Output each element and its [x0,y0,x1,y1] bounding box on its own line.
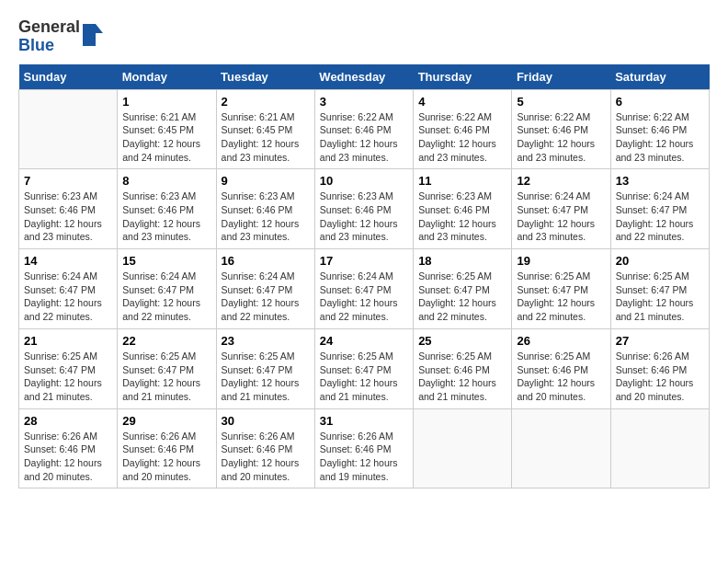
header-monday: Monday [118,64,216,90]
day-info: Sunrise: 6:21 AMSunset: 6:45 PMDaylight:… [222,110,310,165]
day-number: 13 [616,174,704,188]
calendar-cell: 23Sunrise: 6:25 AMSunset: 6:47 PMDayligh… [216,328,314,408]
day-number: 3 [320,95,408,109]
calendar-cell: 21Sunrise: 6:25 AMSunset: 6:47 PMDayligh… [19,328,118,408]
day-info: Sunrise: 6:25 AMSunset: 6:47 PMDaylight:… [418,270,506,324]
calendar-cell: 24Sunrise: 6:25 AMSunset: 6:47 PMDayligh… [314,328,413,408]
day-info: Sunrise: 6:25 AMSunset: 6:47 PMDaylight:… [517,270,605,324]
day-info: Sunrise: 6:24 AMSunset: 6:47 PMDaylight:… [616,190,704,244]
day-info: Sunrise: 6:26 AMSunset: 6:46 PMDaylight:… [122,430,210,484]
calendar-cell: 9Sunrise: 6:23 AMSunset: 6:46 PMDaylight… [216,169,314,249]
calendar-cell: 30Sunrise: 6:26 AMSunset: 6:46 PMDayligh… [216,408,314,488]
day-number: 23 [222,334,310,348]
calendar-cell: 11Sunrise: 6:23 AMSunset: 6:46 PMDayligh… [414,169,512,249]
calendar-cell: 17Sunrise: 6:24 AMSunset: 6:47 PMDayligh… [314,249,413,329]
calendar-cell: 10Sunrise: 6:23 AMSunset: 6:46 PMDayligh… [314,169,413,249]
calendar-cell: 6Sunrise: 6:22 AMSunset: 6:46 PMDaylight… [610,89,709,169]
header-wednesday: Wednesday [314,64,413,90]
calendar-cell: 27Sunrise: 6:26 AMSunset: 6:46 PMDayligh… [610,328,709,408]
day-number: 27 [616,334,704,348]
calendar-cell: 12Sunrise: 6:24 AMSunset: 6:47 PMDayligh… [512,169,610,249]
day-info: Sunrise: 6:22 AMSunset: 6:46 PMDaylight:… [517,110,605,165]
day-number: 31 [320,414,408,428]
calendar-cell [19,89,118,169]
calendar-cell: 13Sunrise: 6:24 AMSunset: 6:47 PMDayligh… [610,169,709,249]
logo-general: General [18,18,80,37]
calendar-table: SundayMondayTuesdayWednesdayThursdayFrid… [18,64,710,489]
calendar-cell: 2Sunrise: 6:21 AMSunset: 6:45 PMDaylight… [216,89,314,169]
day-info: Sunrise: 6:25 AMSunset: 6:47 PMDaylight:… [616,270,704,324]
calendar-cell: 22Sunrise: 6:25 AMSunset: 6:47 PMDayligh… [118,328,216,408]
header-thursday: Thursday [414,64,512,90]
day-info: Sunrise: 6:25 AMSunset: 6:47 PMDaylight:… [222,350,310,404]
day-number: 26 [517,334,605,348]
day-number: 29 [122,414,210,428]
day-number: 20 [616,254,704,268]
day-info: Sunrise: 6:24 AMSunset: 6:47 PMDaylight:… [222,270,310,324]
day-info: Sunrise: 6:26 AMSunset: 6:46 PMDaylight:… [616,350,704,404]
calendar-cell: 19Sunrise: 6:25 AMSunset: 6:47 PMDayligh… [512,249,610,329]
day-info: Sunrise: 6:25 AMSunset: 6:46 PMDaylight:… [517,350,605,404]
day-info: Sunrise: 6:22 AMSunset: 6:46 PMDaylight:… [616,110,704,165]
day-info: Sunrise: 6:22 AMSunset: 6:46 PMDaylight:… [418,110,506,165]
calendar-cell [512,408,610,488]
week-row-0: 1Sunrise: 6:21 AMSunset: 6:45 PMDaylight… [19,89,710,169]
calendar-cell: 4Sunrise: 6:22 AMSunset: 6:46 PMDaylight… [414,89,512,169]
logo-icon [83,24,103,46]
day-number: 14 [24,254,112,268]
logo: General Blue [18,18,103,55]
day-number: 11 [418,174,506,188]
calendar-cell: 25Sunrise: 6:25 AMSunset: 6:46 PMDayligh… [414,328,512,408]
day-number: 10 [320,174,408,188]
logo-blue: Blue [18,37,80,55]
calendar-cell: 7Sunrise: 6:23 AMSunset: 6:46 PMDaylight… [19,169,118,249]
header-friday: Friday [512,64,610,90]
day-number: 4 [418,95,506,109]
day-number: 24 [320,334,408,348]
svg-marker-0 [83,24,103,46]
day-number: 1 [122,95,210,109]
day-number: 17 [320,254,408,268]
week-row-4: 28Sunrise: 6:26 AMSunset: 6:46 PMDayligh… [19,408,710,488]
calendar-cell: 28Sunrise: 6:26 AMSunset: 6:46 PMDayligh… [19,408,118,488]
header-tuesday: Tuesday [216,64,314,90]
day-info: Sunrise: 6:22 AMSunset: 6:46 PMDaylight:… [320,110,408,165]
day-info: Sunrise: 6:21 AMSunset: 6:45 PMDaylight:… [122,110,210,165]
day-info: Sunrise: 6:25 AMSunset: 6:47 PMDaylight:… [24,350,112,404]
day-info: Sunrise: 6:23 AMSunset: 6:46 PMDaylight:… [418,190,506,244]
day-number: 22 [122,334,210,348]
calendar-header-row: SundayMondayTuesdayWednesdayThursdayFrid… [19,64,710,90]
day-info: Sunrise: 6:25 AMSunset: 6:47 PMDaylight:… [122,350,210,404]
day-info: Sunrise: 6:23 AMSunset: 6:46 PMDaylight:… [222,190,310,244]
day-info: Sunrise: 6:24 AMSunset: 6:47 PMDaylight:… [122,270,210,324]
day-number: 21 [24,334,112,348]
day-number: 9 [222,174,310,188]
calendar-cell: 1Sunrise: 6:21 AMSunset: 6:45 PMDaylight… [118,89,216,169]
day-info: Sunrise: 6:24 AMSunset: 6:47 PMDaylight:… [320,270,408,324]
calendar-cell: 14Sunrise: 6:24 AMSunset: 6:47 PMDayligh… [19,249,118,329]
calendar-cell: 31Sunrise: 6:26 AMSunset: 6:46 PMDayligh… [314,408,413,488]
day-info: Sunrise: 6:26 AMSunset: 6:46 PMDaylight:… [320,430,408,484]
week-row-3: 21Sunrise: 6:25 AMSunset: 6:47 PMDayligh… [19,328,710,408]
day-info: Sunrise: 6:25 AMSunset: 6:47 PMDaylight:… [320,350,408,404]
day-number: 6 [616,95,704,109]
calendar-cell: 29Sunrise: 6:26 AMSunset: 6:46 PMDayligh… [118,408,216,488]
day-number: 18 [418,254,506,268]
day-info: Sunrise: 6:24 AMSunset: 6:47 PMDaylight:… [517,190,605,244]
day-number: 7 [24,174,112,188]
calendar-cell: 18Sunrise: 6:25 AMSunset: 6:47 PMDayligh… [414,249,512,329]
day-info: Sunrise: 6:24 AMSunset: 6:47 PMDaylight:… [24,270,112,324]
day-info: Sunrise: 6:23 AMSunset: 6:46 PMDaylight:… [24,190,112,244]
day-number: 8 [122,174,210,188]
week-row-2: 14Sunrise: 6:24 AMSunset: 6:47 PMDayligh… [19,249,710,329]
header-sunday: Sunday [19,64,118,90]
day-number: 28 [24,414,112,428]
calendar-cell [610,408,709,488]
day-number: 19 [517,254,605,268]
header-saturday: Saturday [610,64,709,90]
logo-text: General Blue [18,18,80,55]
calendar-cell [414,408,512,488]
calendar-cell: 26Sunrise: 6:25 AMSunset: 6:46 PMDayligh… [512,328,610,408]
calendar-cell: 8Sunrise: 6:23 AMSunset: 6:46 PMDaylight… [118,169,216,249]
day-number: 16 [222,254,310,268]
